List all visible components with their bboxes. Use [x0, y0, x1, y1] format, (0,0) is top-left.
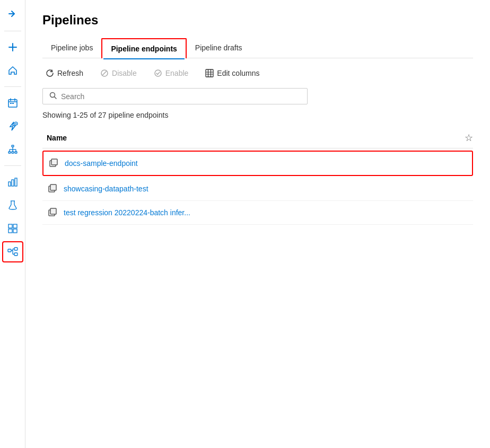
svg-rect-13	[8, 152, 11, 153]
tab-pipeline-jobs[interactable]: Pipeline jobs	[42, 38, 101, 58]
page-title: Pipelines	[42, 13, 473, 28]
svg-rect-27	[8, 229, 12, 233]
enable-icon	[154, 69, 162, 77]
column-name-header: Name	[42, 134, 67, 142]
row-2-name[interactable]: showcasing-datapath-test	[64, 185, 148, 193]
status-text: Showing 1-25 of 27 pipeline endpoints	[42, 111, 473, 119]
svg-line-45	[55, 97, 57, 99]
svg-rect-29	[8, 249, 11, 252]
table-container: Name ☆ docs-sample-endpoint showcasing-d…	[42, 128, 473, 225]
endpoint-icon-1	[48, 158, 58, 169]
refresh-label: Refresh	[57, 69, 83, 77]
row-1-name[interactable]: docs-sample-endpoint	[65, 159, 138, 168]
svg-rect-12	[12, 145, 14, 147]
svg-line-37	[103, 72, 106, 75]
search-container	[42, 88, 473, 104]
table-row[interactable]: showcasing-datapath-test	[42, 177, 473, 201]
svg-rect-30	[14, 248, 18, 250]
sidebar-item-network[interactable]	[2, 139, 23, 160]
svg-rect-28	[13, 229, 17, 233]
refresh-button[interactable]: Refresh	[42, 67, 86, 80]
svg-rect-51	[50, 208, 56, 214]
tab-pipeline-drafts[interactable]: Pipeline drafts	[187, 38, 251, 58]
svg-rect-39	[206, 69, 213, 77]
sidebar-item-lightning[interactable]	[2, 116, 23, 137]
sidebar-item-pipeline[interactable]	[2, 241, 23, 262]
svg-rect-22	[12, 180, 14, 186]
tab-pipeline-endpoints[interactable]: Pipeline endpoints	[101, 38, 186, 58]
sidebar-divider-1	[4, 31, 21, 31]
svg-rect-25	[8, 224, 12, 228]
search-input[interactable]	[61, 92, 301, 101]
sidebar-item-flask[interactable]	[2, 195, 23, 216]
svg-rect-15	[15, 152, 17, 153]
search-icon	[49, 92, 57, 101]
sidebar-item-grid[interactable]	[2, 218, 23, 239]
disable-label: Disable	[112, 69, 137, 77]
star-icon[interactable]: ☆	[465, 132, 473, 144]
sidebar-item-add[interactable]	[2, 37, 23, 58]
table-header: Name ☆	[42, 128, 473, 148]
table-row[interactable]: test regression 20220224-batch infer...	[42, 201, 473, 225]
svg-rect-21	[8, 182, 11, 186]
refresh-icon	[46, 69, 54, 77]
sidebar-item-chart[interactable]	[2, 171, 23, 192]
toolbar: Refresh Disable Enable	[42, 67, 473, 80]
sidebar-item-back[interactable]	[2, 4, 23, 25]
search-box[interactable]	[42, 88, 308, 104]
sidebar-item-calendar[interactable]	[2, 92, 23, 113]
svg-rect-31	[14, 253, 18, 256]
svg-rect-6	[10, 103, 12, 104]
sidebar	[0, 0, 25, 448]
disable-button[interactable]: Disable	[97, 67, 140, 80]
main-content: Pipelines Pipeline jobs Pipeline endpoin…	[25, 0, 490, 448]
svg-rect-7	[12, 103, 14, 104]
enable-button[interactable]: Enable	[151, 67, 192, 80]
enable-label: Enable	[165, 69, 189, 77]
svg-rect-47	[51, 159, 57, 165]
svg-rect-14	[12, 152, 14, 153]
edit-columns-button[interactable]: Edit columns	[202, 67, 262, 80]
row-3-name[interactable]: test regression 20220224-batch infer...	[64, 208, 190, 217]
tab-bar: Pipeline jobs Pipeline endpoints Pipelin…	[42, 38, 473, 58]
svg-rect-49	[50, 185, 56, 190]
endpoint-icon-2	[47, 183, 57, 194]
disable-icon	[100, 69, 109, 77]
table-row[interactable]: docs-sample-endpoint	[42, 151, 473, 176]
sidebar-item-home[interactable]	[2, 60, 23, 81]
sidebar-divider-2	[4, 86, 21, 87]
svg-point-38	[155, 70, 161, 76]
sidebar-divider-3	[4, 165, 21, 166]
edit-columns-icon	[205, 69, 214, 77]
endpoint-icon-3	[47, 207, 57, 218]
svg-rect-23	[15, 178, 17, 186]
edit-columns-label: Edit columns	[217, 69, 259, 77]
svg-rect-26	[13, 224, 17, 228]
